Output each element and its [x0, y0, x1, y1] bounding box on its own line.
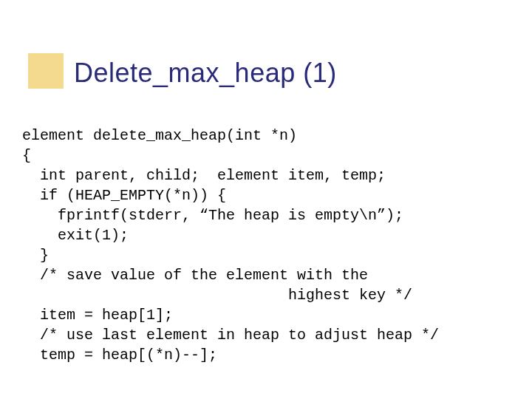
code-line: int parent, child; element item, temp; [22, 167, 386, 184]
code-line: element delete_max_heap(int *n) [22, 127, 297, 144]
code-line: fprintf(stderr, “The heap is empty\n”); [22, 207, 403, 224]
code-line: if (HEAP_EMPTY(*n)) { [22, 187, 226, 204]
code-line: temp = heap[(*n)--]; [22, 347, 217, 364]
code-line: { [22, 147, 31, 164]
code-line: exit(1); [22, 227, 129, 244]
code-line: /* save value of the element with the [22, 267, 377, 284]
code-line: } [22, 247, 49, 264]
code-line: highest key */ [22, 287, 412, 304]
accent-square [28, 53, 64, 89]
code-block: element delete_max_heap(int *n) { int pa… [22, 126, 510, 365]
code-line: item = heap[1]; [22, 307, 173, 324]
code-line: /* use last element in heap to adjust he… [22, 327, 439, 344]
slide: Delete_max_heap (1) element delete_max_h… [0, 0, 532, 399]
slide-title: Delete_max_heap (1) [74, 58, 337, 89]
